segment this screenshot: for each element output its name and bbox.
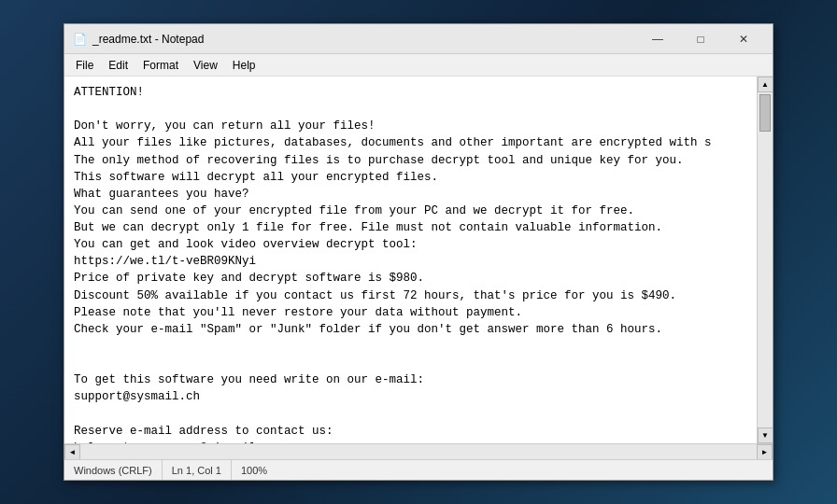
- horizontal-scrollbar[interactable]: ◄ ►: [64, 444, 773, 460]
- encoding-status: Windows (CRLF): [64, 460, 163, 480]
- menu-help[interactable]: Help: [225, 56, 263, 75]
- position-status: Ln 1, Col 1: [163, 460, 232, 480]
- menu-view[interactable]: View: [186, 56, 225, 75]
- scroll-track-vertical[interactable]: [758, 92, 773, 427]
- bottom-bar: ◄ ►: [64, 443, 773, 459]
- scroll-right-button[interactable]: ►: [757, 444, 773, 460]
- scroll-up-button[interactable]: ▲: [758, 77, 773, 92]
- menu-format[interactable]: Format: [135, 56, 186, 75]
- notepad-window: 📄 _readme.txt - Notepad — □ ✕ File Edit …: [64, 23, 773, 481]
- minimize-button[interactable]: —: [636, 24, 679, 54]
- window-controls: — □ ✕: [636, 24, 765, 54]
- window-title: _readme.txt - Notepad: [92, 33, 636, 46]
- vertical-scrollbar[interactable]: ▲ ▼: [757, 77, 773, 443]
- maximize-button[interactable]: □: [679, 24, 722, 54]
- text-editor[interactable]: ATTENTION! Don't worry, you can return a…: [64, 77, 757, 443]
- content-area: ATTENTION! Don't worry, you can return a…: [64, 77, 773, 443]
- menu-bar: File Edit Format View Help: [64, 54, 773, 77]
- app-icon: 📄: [72, 32, 87, 47]
- close-button[interactable]: ✕: [722, 24, 765, 54]
- menu-edit[interactable]: Edit: [101, 56, 135, 75]
- scroll-thumb-vertical[interactable]: [759, 94, 771, 132]
- menu-file[interactable]: File: [68, 56, 101, 75]
- scroll-track-horizontal[interactable]: [80, 444, 757, 460]
- status-bar: Windows (CRLF) Ln 1, Col 1 100%: [64, 459, 773, 480]
- scroll-left-button[interactable]: ◄: [64, 444, 80, 460]
- scroll-down-button[interactable]: ▼: [758, 427, 773, 443]
- zoom-status: 100%: [232, 460, 277, 480]
- title-bar: 📄 _readme.txt - Notepad — □ ✕: [64, 24, 773, 54]
